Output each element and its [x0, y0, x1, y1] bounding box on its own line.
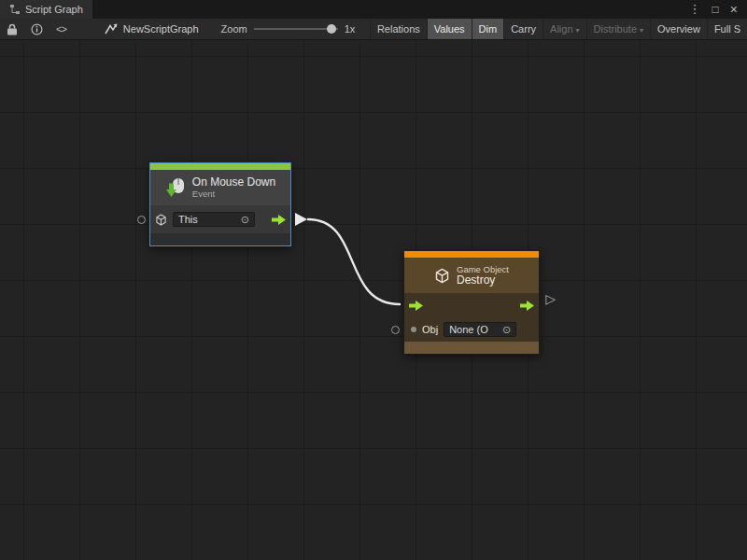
- event-node-header[interactable]: On Mouse Down Event: [150, 170, 290, 205]
- chevron-down-icon: ▾: [576, 26, 580, 35]
- event-node-body: This ⊙: [150, 205, 290, 233]
- carry-button[interactable]: Carry: [503, 19, 543, 39]
- target-dropdown[interactable]: This ⊙: [173, 212, 255, 227]
- tab-title: Script Graph: [25, 4, 83, 15]
- obj-parameter-row: Obj None (O ⊙: [404, 317, 539, 342]
- game-object-cube-icon: [155, 214, 167, 226]
- obj-dropdown[interactable]: None (O ⊙: [444, 322, 516, 337]
- destroy-accent-strip: [404, 251, 539, 258]
- overview-button[interactable]: Overview: [650, 19, 707, 39]
- dim-button[interactable]: Dim: [472, 19, 504, 39]
- graph-canvas[interactable]: On Mouse Down Event This ⊙: [0, 40, 747, 560]
- unit-node-destroy[interactable]: Game Object Destroy Obj None (O ⊙ ▷: [403, 250, 540, 355]
- node-title: Destroy: [457, 274, 509, 287]
- code-view-button[interactable]: <>: [49, 19, 73, 39]
- lock-icon: [7, 23, 18, 35]
- zoom-value: 1x: [345, 23, 356, 35]
- zoom-slider[interactable]: [254, 23, 338, 35]
- event-node-footer: [150, 233, 290, 245]
- object-picker-icon: ⊙: [502, 325, 511, 335]
- tab-script-graph[interactable]: Script Graph: [0, 0, 92, 19]
- destroy-node-footer: [404, 342, 539, 354]
- connection-layer: [0, 40, 747, 560]
- object-picker-icon: ⊙: [241, 215, 249, 225]
- event-accent-strip: [150, 163, 290, 170]
- graph-toolbar: <> NewScriptGraph Zoom 1x Relations Valu…: [0, 19, 747, 40]
- mouse-down-icon: [165, 177, 186, 198]
- values-button[interactable]: Values: [427, 19, 472, 39]
- window-controls: ⋮ □ ×: [684, 0, 747, 19]
- info-icon: [31, 23, 43, 35]
- script-graph-tab-icon: [9, 4, 21, 15]
- target-input-port[interactable]: [137, 216, 146, 224]
- relations-button[interactable]: Relations: [370, 19, 427, 39]
- event-node-titles: On Mouse Down Event: [192, 176, 275, 199]
- obj-label: Obj: [422, 324, 438, 335]
- flow-connection-wire[interactable]: [308, 219, 400, 304]
- destroy-node-body: Obj None (O ⊙: [404, 293, 539, 342]
- distribute-button: Distribute ▾: [586, 19, 650, 39]
- window-tab-bar: Script Graph ⋮ □ ×: [0, 0, 747, 19]
- flow-output-port[interactable]: [520, 301, 534, 311]
- node-subtitle: Event: [192, 189, 275, 199]
- wire-source-arrowhead: [295, 213, 307, 226]
- zoom-slider-track[interactable]: [254, 28, 338, 30]
- value-dot-icon: [411, 327, 416, 332]
- graph-breadcrumb[interactable]: NewScriptGraph: [97, 19, 206, 39]
- align-button: Align ▾: [543, 19, 585, 39]
- game-object-cube-icon: [434, 268, 450, 284]
- destroy-node-titles: Game Object Destroy: [457, 264, 509, 287]
- event-node-on-mouse-down[interactable]: On Mouse Down Event This ⊙: [149, 162, 291, 246]
- chevron-down-icon: ▾: [640, 26, 643, 35]
- close-icon[interactable]: ×: [725, 0, 743, 19]
- zoom-slider-knob[interactable]: [327, 24, 336, 34]
- zoom-control: Zoom 1x: [212, 19, 365, 39]
- node-title: On Mouse Down: [192, 176, 275, 189]
- obj-value: None (O: [449, 324, 488, 335]
- maximize-icon[interactable]: □: [707, 0, 725, 19]
- code-icon: <>: [56, 23, 66, 35]
- target-value: This: [178, 214, 198, 225]
- obj-input-port[interactable]: [391, 326, 400, 334]
- toolbar-buttons: Relations Values Dim Carry Align ▾ Distr…: [370, 19, 747, 39]
- zoom-label: Zoom: [221, 23, 247, 35]
- flow-continuation-icon: ▷: [545, 292, 556, 305]
- graph-name-label: NewScriptGraph: [123, 23, 199, 35]
- flow-input-port[interactable]: [409, 301, 423, 311]
- flow-output-port[interactable]: [272, 215, 286, 225]
- graph-icon: [105, 23, 118, 35]
- lock-button[interactable]: [0, 19, 24, 39]
- destroy-node-header[interactable]: Game Object Destroy: [404, 258, 539, 293]
- inspect-button[interactable]: [24, 19, 49, 39]
- window-menu-icon[interactable]: ⋮: [684, 0, 707, 19]
- fullscreen-button[interactable]: Full S: [707, 19, 747, 39]
- flow-row: [404, 293, 539, 317]
